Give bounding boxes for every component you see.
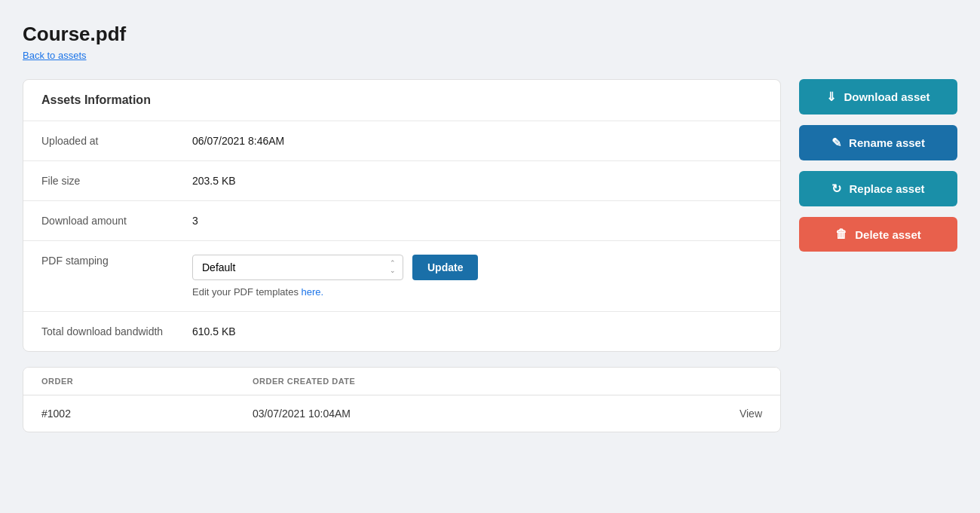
rename-label: Rename asset: [849, 136, 925, 149]
view-link[interactable]: View: [740, 408, 762, 420]
replace-icon: ↻: [831, 182, 841, 196]
pdf-stamping-row: PDF stamping Default Update Edit your PD…: [23, 241, 780, 312]
uploaded-at-label: Uploaded at: [41, 135, 192, 147]
download-amount-value: 3: [192, 215, 198, 227]
delete-label: Delete asset: [855, 228, 921, 241]
date-column-header: ORDER CREATED DATE: [253, 377, 762, 386]
right-panel: ⇓ Download asset ✎ Rename asset ↻ Replac…: [799, 79, 957, 432]
pdf-template-link[interactable]: here.: [302, 286, 324, 298]
total-bandwidth-label: Total download bandwidth: [41, 325, 192, 337]
page-title: Course.pdf: [23, 23, 957, 46]
left-panel: Assets Information Uploaded at 06/07/202…: [23, 79, 781, 432]
rename-icon: ✎: [831, 136, 841, 150]
file-size-value: 203.5 KB: [192, 175, 236, 187]
update-button[interactable]: Update: [412, 255, 478, 280]
assets-info-card: Assets Information Uploaded at 06/07/202…: [23, 79, 781, 352]
pdf-stamping-select[interactable]: Default: [192, 255, 403, 280]
pdf-row: Default Update: [192, 255, 478, 280]
file-size-row: File size 203.5 KB: [23, 161, 780, 201]
delete-asset-button[interactable]: 🗑 Delete asset: [799, 217, 957, 252]
download-asset-button[interactable]: ⇓ Download asset: [799, 79, 957, 115]
pdf-stamping-value-area: Default Update Edit your PDF templates h…: [192, 255, 478, 298]
back-to-assets-link[interactable]: Back to assets: [23, 50, 87, 61]
card-header: Assets Information: [23, 80, 780, 121]
replace-asset-button[interactable]: ↻ Replace asset: [799, 171, 957, 206]
download-amount-row: Download amount 3: [23, 201, 780, 241]
table-header-row: ORDER ORDER CREATED DATE: [23, 368, 780, 395]
rename-asset-button[interactable]: ✎ Rename asset: [799, 125, 957, 160]
replace-label: Replace asset: [849, 182, 924, 195]
total-bandwidth-row: Total download bandwidth 610.5 KB: [23, 312, 780, 351]
uploaded-at-value: 06/07/2021 8:46AM: [192, 135, 284, 147]
pdf-stamping-label: PDF stamping: [41, 255, 192, 267]
download-icon: ⇓: [826, 90, 836, 104]
content-area: Assets Information Uploaded at 06/07/202…: [23, 79, 957, 432]
uploaded-at-row: Uploaded at 06/07/2021 8:46AM: [23, 121, 780, 161]
download-amount-label: Download amount: [41, 215, 192, 227]
order-column-header: ORDER: [41, 377, 253, 386]
date-cell: 03/07/2021 10:04AM: [253, 408, 740, 420]
total-bandwidth-value: 610.5 KB: [192, 325, 236, 337]
order-cell: #1002: [41, 408, 253, 420]
table-row: #1002 03/07/2021 10:04AM View: [23, 395, 780, 432]
file-size-label: File size: [41, 175, 192, 187]
trash-icon: 🗑: [835, 227, 847, 241]
orders-table-card: ORDER ORDER CREATED DATE #1002 03/07/202…: [23, 367, 781, 432]
download-label: Download asset: [844, 90, 929, 103]
pdf-stamping-select-wrapper: Default: [192, 255, 403, 280]
pdf-hint-text: Edit your PDF templates here.: [192, 286, 478, 298]
